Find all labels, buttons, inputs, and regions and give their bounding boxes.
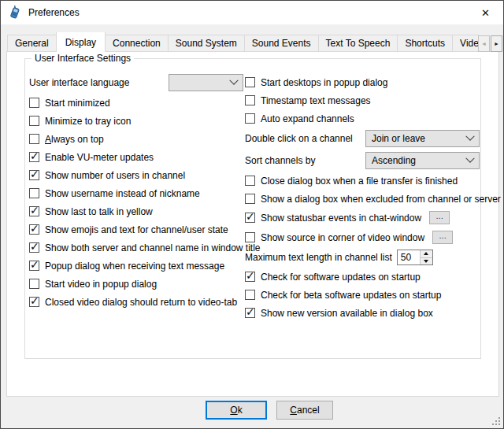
- tab-connection[interactable]: Connection: [105, 35, 169, 51]
- double-click-select[interactable]: Join or leave: [365, 130, 480, 147]
- checkbox-label: Show new version available in dialog box: [261, 308, 433, 319]
- row-video-source-corner[interactable]: Show source in corner of video window ..…: [245, 227, 480, 247]
- checkbox[interactable]: [29, 152, 39, 162]
- checkbox-label: Minimize to tray icon: [45, 116, 131, 127]
- chevron-down-icon: [465, 154, 474, 163]
- checkbox[interactable]: [29, 261, 39, 271]
- checkbox[interactable]: [245, 194, 255, 204]
- row-new-version-dialog[interactable]: Show new version available in dialog box: [245, 304, 480, 322]
- resize-grip[interactable]: [492, 417, 501, 426]
- row-show-user-count[interactable]: Show number of users in channel: [29, 166, 243, 184]
- cancel-button[interactable]: Cancel: [276, 401, 333, 420]
- tab-scroll-buttons: ◄ ►: [478, 35, 502, 52]
- tab-general[interactable]: General: [7, 35, 57, 51]
- row-popup-text-message[interactable]: Popup dialog when receiving text message: [29, 257, 243, 275]
- row-close-file-transfer[interactable]: Close dialog box when a file transfer is…: [245, 172, 480, 190]
- checkbox-label: Show source in corner of video window: [261, 232, 424, 243]
- row-closed-video-return[interactable]: Closed video dialog should return to vid…: [29, 293, 243, 311]
- statusbar-events-more-button[interactable]: ...: [429, 211, 450, 224]
- checkbox[interactable]: [245, 272, 255, 282]
- ui-language-select[interactable]: [169, 74, 243, 91]
- ui-language-label: User interface language: [29, 77, 129, 88]
- row-always-on-top[interactable]: Always on top: [29, 130, 243, 148]
- checkbox[interactable]: [29, 188, 39, 198]
- row-start-desktops[interactable]: Start desktops in popup dialog: [245, 73, 480, 91]
- checkbox-label: Show last to talk in yellow: [45, 206, 153, 217]
- checkbox-label: Start video in popup dialog: [45, 279, 157, 290]
- row-max-text-length: Maximum text length in channel list 50: [245, 247, 480, 268]
- row-double-click: Double click on a channel Join or leave: [245, 128, 480, 150]
- left-column: User interface language Start minimized …: [29, 72, 243, 311]
- tab-text-to-speech[interactable]: Text To Speech: [318, 35, 398, 51]
- row-last-to-talk[interactable]: Show last to talk in yellow: [29, 202, 243, 220]
- group-title: User Interface Settings: [32, 53, 134, 64]
- checkbox[interactable]: [29, 224, 39, 235]
- cancel-rest: ancel: [297, 405, 320, 416]
- checkbox[interactable]: [245, 308, 255, 318]
- sort-channels-label: Sort channels by: [245, 155, 315, 166]
- checkbox[interactable]: [29, 116, 39, 126]
- checkbox[interactable]: [29, 297, 39, 307]
- title-bar: Preferences ✕: [1, 1, 503, 24]
- checkbox-label: Show username instead of nickname: [45, 188, 200, 199]
- checkbox-label: Check for software updates on startup: [261, 272, 421, 283]
- row-start-minimized[interactable]: Start minimized: [29, 94, 243, 112]
- checkbox-label: Always on top: [45, 134, 104, 145]
- ok-rest: k: [238, 405, 243, 416]
- chevron-down-icon: [465, 132, 474, 141]
- checkbox[interactable]: [29, 206, 39, 216]
- spin-down-icon[interactable]: [421, 258, 432, 265]
- row-emojis[interactable]: Show emojis and text for channel/user st…: [29, 220, 243, 239]
- tab-display[interactable]: Display: [56, 32, 106, 52]
- row-video-popup[interactable]: Start video in popup dialog: [29, 275, 243, 293]
- checkbox[interactable]: [29, 170, 39, 180]
- row-timestamp[interactable]: Timestamp text messages: [245, 91, 480, 109]
- row-show-username[interactable]: Show username instead of nickname: [29, 184, 243, 202]
- checkbox-label: Show both server and channel name in win…: [45, 242, 261, 253]
- sort-channels-select[interactable]: Ascending: [365, 152, 480, 169]
- max-text-length-spinner[interactable]: 50: [397, 250, 433, 265]
- row-vu-meter[interactable]: Enable VU-meter updates: [29, 148, 243, 166]
- checkbox[interactable]: [29, 242, 39, 253]
- checkbox[interactable]: [29, 279, 39, 289]
- tab-sound-events[interactable]: Sound Events: [244, 35, 319, 51]
- row-excluded-dialog[interactable]: Show a dialog box when excluded from cha…: [245, 190, 480, 208]
- checkbox-label: Enable VU-meter updates: [45, 152, 154, 163]
- checkbox[interactable]: [245, 77, 255, 87]
- row-check-beta-updates[interactable]: Check for beta software updates on start…: [245, 286, 480, 304]
- checkbox-label: Start desktops in popup dialog: [261, 77, 387, 88]
- right-column: Start desktops in popup dialog Timestamp…: [245, 73, 480, 322]
- checkbox-label: Auto expand channels: [261, 113, 354, 124]
- tab-video[interactable]: Video: [452, 35, 479, 51]
- checkbox[interactable]: [29, 134, 39, 144]
- checkbox[interactable]: [245, 176, 255, 186]
- checkbox[interactable]: [29, 98, 39, 108]
- checkbox[interactable]: [245, 95, 255, 105]
- checkbox-label: Show a dialog box when excluded from cha…: [261, 194, 501, 205]
- checkbox-label: Show emojis and text for channel/user st…: [45, 224, 228, 235]
- row-statusbar-events[interactable]: Show statusbar events in chat-window ...: [245, 208, 480, 227]
- row-check-updates[interactable]: Check for software updates on startup: [245, 268, 480, 286]
- checkbox[interactable]: [245, 213, 255, 223]
- row-minimize-to-tray[interactable]: Minimize to tray icon: [29, 112, 243, 130]
- tab-shortcuts[interactable]: Shortcuts: [397, 35, 453, 51]
- double-click-label: Double click on a channel: [245, 133, 353, 144]
- close-icon[interactable]: ✕: [468, 1, 503, 24]
- label-rest: lways on top: [51, 134, 104, 145]
- tab-scroll-left-icon[interactable]: ◄: [478, 35, 490, 52]
- ok-button[interactable]: Ok: [206, 401, 267, 420]
- video-source-more-button[interactable]: ...: [432, 231, 453, 244]
- row-sort-channels: Sort channels by Ascending: [245, 150, 480, 172]
- window-title: Preferences: [28, 7, 80, 18]
- checkbox[interactable]: [245, 232, 255, 242]
- ok-mnemonic: O: [230, 405, 237, 416]
- checkbox[interactable]: [245, 290, 255, 300]
- spin-up-icon[interactable]: [421, 250, 432, 258]
- row-auto-expand[interactable]: Auto expand channels: [245, 109, 480, 128]
- checkbox[interactable]: [245, 113, 255, 124]
- preferences-dialog: Preferences ✕ General Display Connection…: [0, 0, 504, 429]
- tab-sound-system[interactable]: Sound System: [168, 35, 245, 51]
- row-window-title[interactable]: Show both server and channel name in win…: [29, 239, 243, 257]
- tab-bar: General Display Connection Sound System …: [7, 32, 479, 52]
- tab-scroll-right-icon[interactable]: ►: [491, 35, 502, 52]
